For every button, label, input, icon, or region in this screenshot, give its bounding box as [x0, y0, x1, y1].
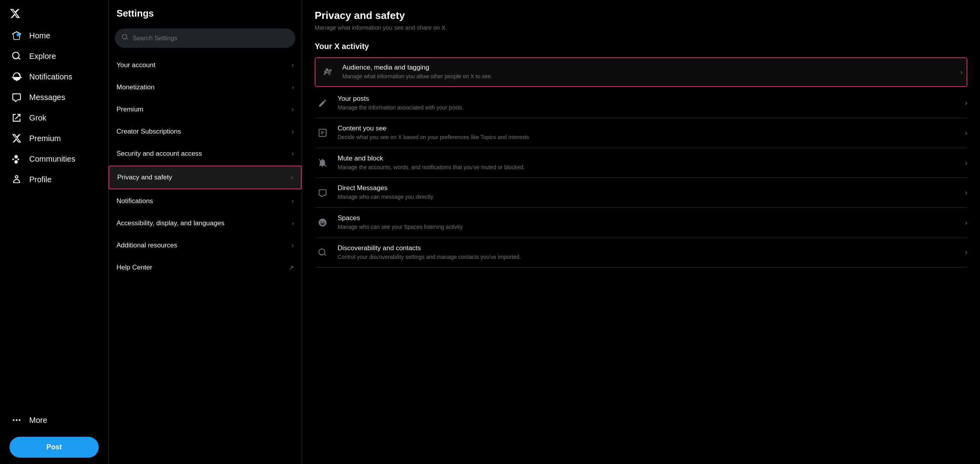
dm-text: Direct Messages Manage who can message y…: [338, 184, 958, 201]
sidebar-item-grok[interactable]: Grok: [5, 108, 103, 128]
chevron-icon: ›: [965, 99, 967, 107]
posts-desc: Manage the information associated with y…: [338, 104, 958, 112]
search-icon: [122, 34, 129, 43]
sidebar-profile-label: Profile: [29, 175, 52, 184]
content-title: Content you see: [338, 124, 958, 132]
chevron-icon: ›: [292, 62, 294, 69]
search-container: [109, 25, 302, 54]
settings-item-privacy-and-safety[interactable]: Privacy and safety ›: [109, 166, 302, 189]
explore-icon: [11, 51, 22, 62]
settings-item-creator-subscriptions[interactable]: Creator Subscriptions ›: [109, 121, 302, 143]
grok-icon: [11, 112, 22, 123]
mute-desc: Manage the accounts, words, and notifica…: [338, 164, 958, 172]
mute-text: Mute and block Manage the accounts, word…: [338, 155, 958, 172]
activity-item-mute-block[interactable]: Mute and block Manage the accounts, word…: [315, 148, 967, 178]
discover-text: Discoverability and contacts Control you…: [338, 244, 958, 261]
spaces-title: Spaces: [338, 214, 958, 222]
search-input[interactable]: [133, 35, 289, 42]
sidebar-messages-label: Messages: [29, 93, 65, 102]
audience-desc: Manage what information you allow other …: [342, 73, 953, 81]
sidebar-item-communities[interactable]: Communities: [5, 149, 103, 169]
settings-item-monetization[interactable]: Monetization ›: [109, 76, 302, 98]
notifications-icon: [11, 71, 22, 82]
activity-item-content[interactable]: Content you see Decide what you see on X…: [315, 118, 967, 148]
sidebar-item-messages[interactable]: Messages: [5, 87, 103, 108]
chevron-icon: ›: [292, 128, 294, 135]
additional-resources-label: Additional resources: [116, 241, 177, 249]
privacy-safety-label: Privacy and safety: [117, 174, 172, 181]
content-icon: [315, 125, 330, 141]
more-icon: [11, 415, 22, 426]
mute-icon: [315, 155, 330, 171]
search-box[interactable]: [115, 28, 295, 48]
activity-item-discoverability[interactable]: Discoverability and contacts Control you…: [315, 238, 967, 268]
external-link-icon: ↗: [289, 264, 294, 272]
activity-item-spaces[interactable]: Spaces Manage who can see your Spaces li…: [315, 208, 967, 238]
dm-title: Direct Messages: [338, 184, 958, 192]
sidebar-item-profile[interactable]: Profile: [5, 169, 103, 190]
mute-title: Mute and block: [338, 155, 958, 162]
notification-dot: [17, 33, 20, 36]
chevron-icon: ›: [965, 219, 967, 227]
chevron-icon: ›: [292, 106, 294, 113]
spaces-text: Spaces Manage who can see your Spaces li…: [338, 214, 958, 231]
dm-desc: Manage who can message you directly.: [338, 193, 958, 201]
activity-item-your-posts[interactable]: Your posts Manage the information associ…: [315, 89, 967, 119]
sidebar-item-more[interactable]: More: [5, 410, 103, 430]
sidebar-home-label: Home: [29, 31, 50, 40]
chevron-icon: ›: [965, 248, 967, 257]
your-account-label: Your account: [116, 61, 156, 69]
spaces-desc: Manage who can see your Spaces listening…: [338, 223, 958, 231]
settings-item-accessibility[interactable]: Accessibility, display, and languages ›: [109, 212, 302, 234]
chevron-icon: ›: [292, 242, 294, 249]
sidebar-premium-label: Premium: [29, 134, 61, 143]
settings-item-your-account[interactable]: Your account ›: [109, 54, 302, 76]
sidebar-item-explore[interactable]: Explore: [5, 46, 103, 66]
creator-subscriptions-label: Creator Subscriptions: [116, 128, 181, 136]
discover-title: Discoverability and contacts: [338, 244, 958, 252]
posts-icon: [315, 95, 330, 111]
post-button[interactable]: Post: [9, 437, 99, 458]
right-panel-title: Privacy and safety: [315, 9, 967, 22]
content-desc: Decide what you see on X based on your p…: [338, 134, 958, 141]
messages-icon: [11, 92, 22, 103]
content-text: Content you see Decide what you see on X…: [338, 124, 958, 141]
chevron-icon: ›: [960, 68, 963, 76]
premium-label: Premium: [116, 106, 143, 113]
audience-icon: [319, 64, 335, 80]
activity-item-audience[interactable]: Audience, media and tagging Manage what …: [315, 57, 967, 87]
chevron-icon: ›: [292, 220, 294, 227]
chevron-icon: ›: [292, 198, 294, 205]
notifications-label: Notifications: [116, 197, 153, 205]
monetization-label: Monetization: [116, 83, 154, 91]
section-heading: Your X activity: [315, 42, 967, 51]
x-logo[interactable]: [5, 3, 25, 24]
sidebar-more-label: More: [29, 416, 47, 425]
audience-title: Audience, media and tagging: [342, 64, 953, 72]
settings-item-additional-resources[interactable]: Additional resources ›: [109, 234, 302, 257]
chevron-icon: ›: [292, 84, 294, 91]
settings-item-notifications[interactable]: Notifications ›: [109, 190, 302, 212]
accessibility-label: Accessibility, display, and languages: [116, 219, 224, 227]
audience-text: Audience, media and tagging Manage what …: [342, 64, 953, 81]
sidebar-explore-label: Explore: [29, 52, 56, 61]
settings-item-premium[interactable]: Premium ›: [109, 98, 302, 121]
discover-desc: Control your discoverability settings an…: [338, 253, 958, 261]
profile-icon: [11, 174, 22, 185]
right-panel: Privacy and safety Manage what informati…: [302, 0, 980, 464]
chevron-icon: ›: [965, 129, 967, 137]
activity-item-dm[interactable]: Direct Messages Manage who can message y…: [315, 178, 967, 208]
sidebar-item-notifications[interactable]: Notifications: [5, 66, 103, 87]
settings-item-security[interactable]: Security and account access ›: [109, 143, 302, 165]
settings-panel: Settings Your account › Monetization › P…: [109, 0, 302, 464]
home-icon: [11, 30, 22, 41]
premium-icon: [11, 133, 22, 144]
chevron-icon: ›: [292, 150, 294, 157]
sidebar-grok-label: Grok: [29, 113, 46, 123]
chevron-icon: ›: [965, 159, 967, 167]
help-center-label: Help Center: [116, 264, 152, 272]
spaces-icon: [315, 215, 330, 230]
sidebar-item-home[interactable]: Home: [5, 25, 103, 46]
sidebar-item-premium[interactable]: Premium: [5, 128, 103, 149]
settings-item-help-center[interactable]: Help Center ↗: [109, 257, 302, 279]
